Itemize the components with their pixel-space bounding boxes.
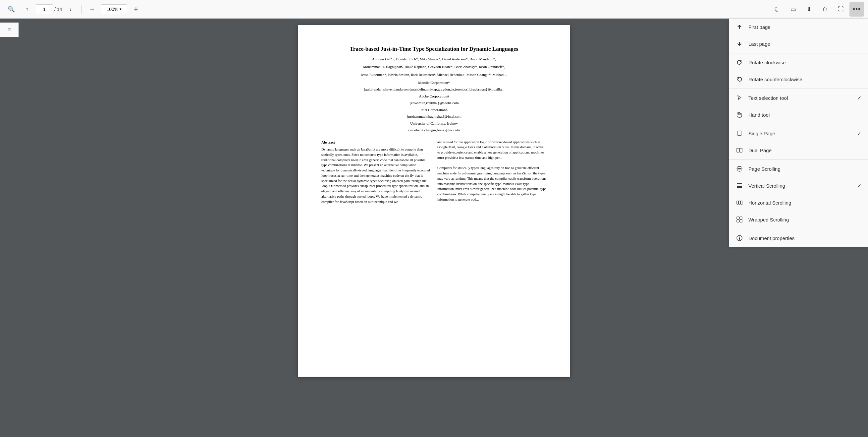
rotate-ccw-icon	[736, 76, 743, 83]
page-input[interactable]	[36, 4, 53, 14]
pdf-abstract-text: Dynamic languages such as JavaScript are…	[321, 147, 431, 204]
zoom-area: − 100% ▾ +	[85, 2, 143, 17]
pdf-body: Abstract Dynamic languages such as JavaS…	[321, 140, 547, 205]
pdf-affiliation-4: University of California, Irvine+	[321, 121, 547, 126]
menu-label-page-scrolling: Page Scrolling	[748, 166, 861, 172]
svg-rect-14	[737, 220, 739, 222]
info-icon	[736, 234, 743, 242]
dark-mode-button[interactable]: ☾	[770, 2, 784, 17]
hand-icon	[736, 111, 743, 118]
svg-point-18	[739, 237, 740, 237]
menu-item-single-page[interactable]: Single Page✓	[729, 125, 868, 142]
menu-label-last-page: Last page	[748, 41, 861, 47]
single-page-icon	[736, 129, 743, 137]
pdf-affiliation-1: Mozilla Corporation*	[321, 80, 547, 86]
fullscreen-button[interactable]: ⛶	[834, 2, 848, 17]
pdf-authors-2: Mohammad R. Haghighat$, Blake Kaplan*, G…	[321, 64, 547, 70]
zoom-dropdown-icon: ▾	[120, 7, 122, 11]
svg-rect-1	[737, 148, 739, 152]
menu-separator-separator4	[729, 159, 868, 160]
menu-item-first-page[interactable]: First page	[729, 19, 868, 35]
zoom-display[interactable]: 100% ▾	[101, 4, 127, 14]
menu-label-single-page: Single Page	[748, 130, 852, 136]
vertical-scroll-icon	[736, 182, 743, 189]
menu-item-dual-page[interactable]: Dual Page	[729, 142, 868, 159]
print-button[interactable]: ⎙	[818, 2, 832, 17]
svg-rect-3	[738, 167, 741, 169]
menu-check-text-tool: ✓	[857, 95, 861, 101]
page-view-button[interactable]: ▭	[786, 2, 800, 17]
menu-separator-separator2	[729, 89, 868, 89]
zoom-out-button[interactable]: −	[85, 2, 99, 17]
download-button[interactable]: ⬇	[802, 2, 816, 17]
pdf-affiliation-3-email: {mohammad.r.haghighat}@intel.com	[321, 114, 547, 119]
dual-page-icon	[736, 147, 743, 154]
menu-label-dual-page: Dual Page	[748, 148, 861, 153]
search-button[interactable]: 🔍	[4, 2, 19, 17]
menu-label-doc-properties: Document properties	[748, 235, 861, 241]
rotate-cw-icon	[736, 59, 743, 66]
menu-item-rotate-ccw[interactable]: Rotate counterclockwise	[729, 71, 868, 88]
menu-label-rotate-ccw: Rotate counterclockwise	[748, 77, 861, 82]
menu-separator-separator5	[729, 229, 868, 229]
page-total: / 14	[54, 7, 62, 12]
pdf-left-col: Abstract Dynamic languages such as JavaS…	[321, 140, 431, 205]
svg-rect-9	[737, 201, 739, 204]
pdf-abstract-title: Abstract	[321, 140, 431, 145]
menu-label-text-tool: Text selection tool	[748, 95, 852, 101]
menu-separator-separator1	[729, 53, 868, 53]
zoom-level: 100%	[106, 7, 118, 12]
menu-item-rotate-cw[interactable]: Rotate clockwise	[729, 54, 868, 71]
menu-item-vertical-scrolling[interactable]: Vertical Scrolling✓	[729, 177, 868, 194]
pdf-affiliation-2-email: {edwsmith,rreitmai}@adobe.com	[321, 100, 547, 106]
menu-item-text-tool[interactable]: Text selection tool✓	[729, 89, 868, 107]
next-page-button[interactable]: ↓	[63, 2, 78, 17]
menu-item-doc-properties[interactable]: Document properties	[729, 230, 868, 247]
arrow-up-icon	[736, 23, 743, 30]
menu-check-single-page: ✓	[857, 130, 861, 137]
pdf-authors-3: Jesse Ruderman*, Edwin Smith#, Rick Reit…	[321, 72, 547, 78]
prev-page-button[interactable]: ↑	[20, 2, 34, 17]
wrapped-scroll-icon	[736, 216, 743, 223]
dropdown-menu: First pageLast pageRotate clockwiseRotat…	[729, 19, 868, 247]
svg-rect-2	[740, 148, 742, 152]
zoom-in-button[interactable]: +	[128, 2, 143, 17]
menu-item-page-scrolling[interactable]: Page Scrolling	[729, 161, 868, 177]
menu-label-rotate-cw: Rotate clockwise	[748, 60, 861, 65]
pdf-affiliation-1-email: {gal,brendan,shaver,danderson,dmandelin,…	[321, 87, 547, 92]
separator-1	[81, 5, 82, 14]
more-options-button[interactable]: •••	[849, 2, 864, 17]
horizontal-scroll-icon	[736, 199, 743, 206]
cursor-icon	[736, 94, 743, 101]
menu-item-wrapped-scrolling[interactable]: Wrapped Scrolling	[729, 211, 868, 228]
arrow-down-icon	[736, 40, 743, 48]
svg-rect-13	[740, 217, 742, 219]
menu-label-hand-tool: Hand tool	[748, 112, 861, 118]
menu-item-last-page[interactable]: Last page	[729, 35, 868, 52]
menu-label-horizontal-scrolling: Horizontal Scrolling	[748, 200, 861, 206]
svg-rect-0	[738, 131, 741, 136]
svg-rect-4	[738, 169, 741, 171]
svg-rect-12	[737, 217, 739, 219]
pdf-affiliation-2: Adobe Corporation#	[321, 93, 547, 99]
pdf-affiliation-3: Intel Corporation$	[321, 107, 547, 113]
pdf-page: Trace-based Just-in-Time Type Specializa…	[298, 25, 570, 377]
pdf-title: Trace-based Just-in-Time Type Specializa…	[321, 45, 547, 53]
menu-label-vertical-scrolling: Vertical Scrolling	[748, 183, 852, 189]
toolbar: 🔍 ↑ / 14 ↓ − 100% ▾ + ☾ ▭ ⬇ ⎙ ⛶ •••	[0, 0, 868, 19]
pdf-authors-1: Andreas Gal*+, Brendan Eich*, Mike Shave…	[321, 56, 547, 62]
menu-label-wrapped-scrolling: Wrapped Scrolling	[748, 217, 861, 223]
pdf-right-col: and is used for the application logic of…	[437, 140, 547, 205]
pdf-affiliation-4-email: {mbebenit,changm,franz}@uci.edu	[321, 127, 547, 133]
page-scroll-icon	[736, 165, 743, 172]
svg-rect-10	[739, 201, 740, 204]
menu-separator-separator3	[729, 124, 868, 124]
svg-rect-11	[741, 201, 742, 204]
menu-label-first-page: First page	[748, 24, 861, 30]
toolbar-right: ☾ ▭ ⬇ ⎙ ⛶ •••	[770, 2, 864, 17]
hamburger-icon: ≡	[8, 27, 11, 33]
svg-rect-15	[740, 220, 742, 222]
menu-item-horizontal-scrolling[interactable]: Horizontal Scrolling	[729, 194, 868, 211]
sidebar-toggle-button[interactable]: ≡	[0, 23, 19, 37]
menu-item-hand-tool[interactable]: Hand tool	[729, 107, 868, 123]
